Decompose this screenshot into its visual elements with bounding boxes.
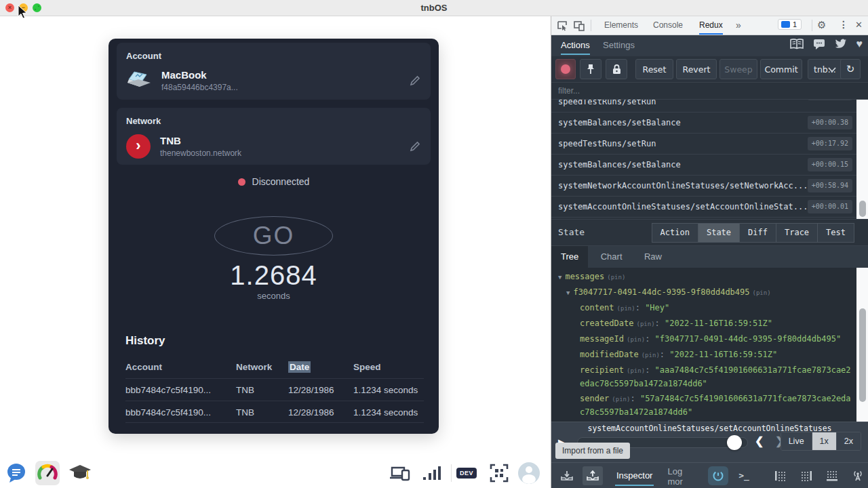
commit-button[interactable]: Commit [760, 59, 802, 79]
mode-test[interactable]: Test [817, 223, 854, 243]
tab-inspector[interactable]: Inspector [615, 465, 654, 486]
education-app-icon[interactable] [68, 461, 92, 485]
expand-arrow-icon[interactable]: ▼ [566, 289, 570, 296]
action-list-scrollbar[interactable] [856, 100, 868, 219]
action-time: +00:46.71 [808, 100, 852, 100]
step-back-icon[interactable]: ❮ [755, 434, 764, 447]
tree-node-message-id[interactable]: ▼f3047717-0491-44dc-9395-9f80dd4db495(pi… [558, 286, 854, 300]
dev-mode-icon[interactable]: DEV [454, 461, 479, 485]
issues-badge[interactable]: 1 [778, 19, 802, 30]
qr-code-icon[interactable] [487, 461, 511, 485]
close-devtools-icon[interactable]: ✕ [855, 20, 863, 30]
action-item[interactable]: systemBalances/setBalance +00:00.38 [551, 113, 856, 134]
tree-entry[interactable]: sender(pin): "57a7484c7c5f41901606631a77… [558, 392, 854, 419]
pin-button[interactable] [580, 59, 601, 79]
tab-settings[interactable]: Settings [603, 35, 635, 55]
edit-network-icon[interactable] [409, 140, 421, 152]
mode-diff[interactable]: Diff [739, 223, 776, 243]
pin-label[interactable]: (pin) [607, 274, 625, 281]
tree-scrollbar[interactable] [856, 268, 868, 422]
mode-state[interactable]: State [698, 223, 740, 243]
speed-live[interactable]: Live [781, 432, 812, 450]
action-item[interactable]: systemBalances/setBalance +00:00.15 [551, 155, 856, 176]
pin-label[interactable]: (pin) [627, 336, 645, 343]
refresh-icon[interactable]: ↻ [840, 59, 861, 79]
slider-monitor-button[interactable] [708, 466, 728, 485]
pin-label[interactable]: (pin) [627, 367, 645, 374]
history-row: bbb7484c7c5f4190... TNB 12/28/1986 1.123… [125, 378, 424, 401]
sweep-button[interactable]: Sweep [719, 59, 757, 79]
tree-key: modifiedDate [580, 350, 639, 359]
view-raw[interactable]: Raw [635, 246, 671, 268]
feedback-chat-icon[interactable] [813, 39, 825, 49]
pin-label[interactable]: (pin) [642, 352, 660, 359]
import-button[interactable] [557, 466, 577, 485]
dock-bottom-button[interactable] [822, 466, 842, 485]
view-tree[interactable]: Tree [551, 246, 588, 268]
lock-button[interactable] [606, 59, 627, 79]
tree-entry[interactable]: recipient(pin): "aaa7484c7c5f41901606631… [558, 364, 854, 390]
device-toolbar-icon[interactable] [574, 20, 585, 31]
pin-label[interactable]: (pin) [753, 289, 771, 296]
record-toggle-button[interactable] [555, 59, 576, 79]
tab-elements[interactable]: Elements [604, 16, 638, 35]
dock-left-button[interactable] [770, 466, 791, 485]
antenna-broadcast-icon [850, 470, 865, 482]
tree-entry[interactable]: modifiedDate(pin): "2022-11-16T16:59:51Z… [558, 348, 854, 362]
export-button[interactable] [583, 466, 603, 485]
tab-log-monitor[interactable]: Log mor [666, 461, 701, 488]
speed-1x[interactable]: 1x [812, 432, 836, 450]
user-avatar[interactable] [517, 461, 541, 485]
revert-button[interactable]: Revert [676, 59, 717, 79]
action-item[interactable]: speedTestRuns/setRun +00:17.92 [551, 134, 856, 155]
view-chart[interactable]: Chart [591, 246, 632, 268]
mouse-cursor [18, 5, 28, 20]
signal-bars-icon[interactable] [419, 461, 443, 485]
tree-entry[interactable]: createdDate(pin): "2022-11-16T16:59:51Z" [558, 317, 854, 331]
scrollbar-thumb[interactable] [859, 201, 866, 217]
speed-test-app-icon[interactable] [35, 461, 60, 485]
tree-value: "2022-11-16T16:59:51Z" [665, 319, 772, 328]
pin-label[interactable]: (pin) [636, 321, 654, 327]
tree-key: messageId [580, 334, 624, 344]
more-tabs-chevron[interactable]: » [736, 16, 741, 35]
network-domain: thenewboston.network [160, 148, 409, 158]
twitter-icon[interactable] [835, 39, 847, 49]
devices-icon[interactable] [388, 461, 412, 485]
action-time: +00:00.38 [808, 116, 852, 129]
chat-app-icon[interactable] [4, 461, 28, 485]
go-button[interactable]: GO [214, 216, 333, 256]
kebab-menu-icon[interactable]: ⋮ [839, 19, 848, 30]
tree-entry[interactable]: messageId(pin): "f3047717-0491-44dc-9395… [558, 333, 854, 346]
dispatcher-terminal-button[interactable]: >_ [734, 466, 754, 485]
action-item[interactable]: speedTestRuns/setRun +00:46.71 [551, 100, 856, 113]
tab-actions[interactable]: Actions [561, 35, 590, 55]
expand-arrow-icon[interactable]: ▼ [558, 274, 561, 281]
tab-console[interactable]: Console [653, 16, 683, 35]
action-item[interactable]: systemNetworkAccountOnlineStatuses/setNe… [551, 176, 856, 197]
slider-thumb[interactable] [727, 435, 742, 450]
reset-button[interactable]: Reset [635, 59, 673, 79]
heart-icon[interactable]: ♥ [856, 39, 863, 49]
pin-label[interactable]: (pin) [612, 396, 630, 403]
speed-2x[interactable]: 2x [836, 432, 861, 450]
filter-input[interactable] [551, 83, 868, 99]
mode-action[interactable]: Action [652, 223, 698, 243]
tab-redux[interactable]: Redux [699, 16, 723, 35]
dock-right-button[interactable] [796, 466, 816, 485]
pin-label[interactable]: (pin) [617, 305, 635, 312]
action-item[interactable]: systemAccountOnlineStatuses/setAccountOn… [551, 197, 856, 218]
tree-entry[interactable]: content(pin): "Hey" [558, 302, 854, 315]
mode-trace[interactable]: Trace [776, 223, 818, 243]
dock-left-icon [774, 470, 787, 482]
chevron-down-icon[interactable] [828, 67, 836, 73]
tree-node-messages[interactable]: ▼messages(pin) [558, 270, 854, 284]
inspect-element-icon[interactable] [557, 20, 568, 31]
speed-test-panel: Account MacBook f48a59446bc4397a... [108, 39, 439, 434]
row-account: bbb7484c7c5f4190... [125, 401, 211, 424]
docs-book-icon[interactable] [790, 39, 804, 49]
remote-button[interactable] [848, 466, 868, 485]
scrollbar-thumb[interactable] [859, 308, 866, 402]
edit-account-icon[interactable] [409, 75, 421, 87]
settings-gear-icon[interactable]: ⚙ [817, 19, 826, 31]
